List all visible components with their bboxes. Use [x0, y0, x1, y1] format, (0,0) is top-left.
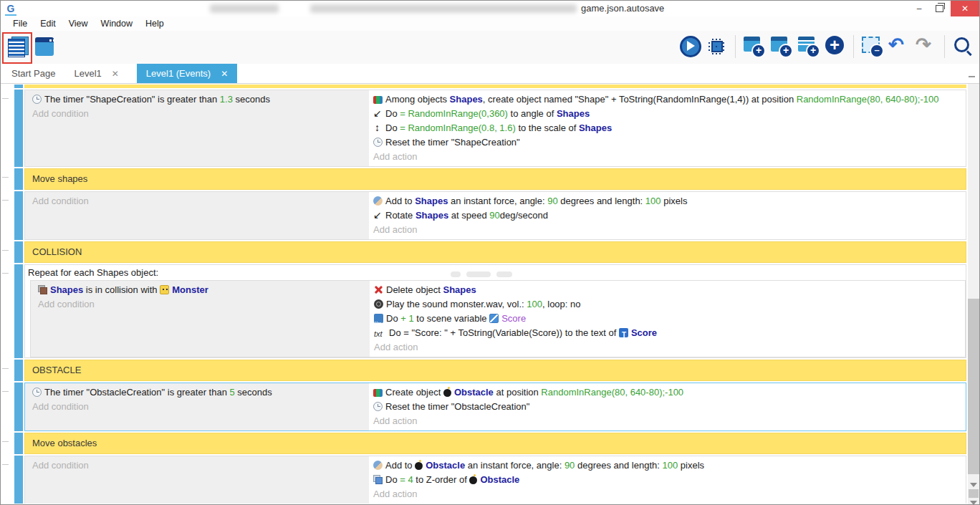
- scrollbar-thumb[interactable]: [968, 299, 979, 474]
- action-line[interactable]: Do = 4 to Z-order of Obstacle: [373, 473, 960, 487]
- conditions-cell[interactable]: Add condition: [25, 192, 370, 239]
- actions-cell[interactable]: Create object Obstacle at position Rando…: [370, 383, 966, 431]
- create-icon: [373, 96, 383, 104]
- scene-window-icon[interactable]: [32, 34, 57, 59]
- menu-edit[interactable]: Edit: [34, 19, 62, 29]
- event-handle[interactable]: [14, 433, 23, 454]
- condition-line[interactable]: The timer "ShapeCreation" is greater tha…: [32, 92, 365, 107]
- action-line[interactable]: Do = "Score: " + ToString(Variable(Score…: [374, 326, 959, 340]
- conditions-cell[interactable]: The timer "ShapeCreation" is greater tha…: [25, 90, 370, 166]
- add-event-icon[interactable]: [741, 34, 766, 59]
- events-sheet-icon[interactable]: [5, 34, 29, 59]
- scrollbar-stub[interactable]: [969, 489, 979, 498]
- add-condition-link[interactable]: Add condition: [32, 400, 365, 414]
- actions-cell[interactable]: Add to Obstacle an instant force, angle:…: [370, 456, 966, 504]
- undo-icon[interactable]: [887, 34, 911, 59]
- action-line[interactable]: Among objects Shapes, create object name…: [373, 92, 960, 107]
- action-line[interactable]: Reset the timer "ObstacleCreation": [373, 400, 960, 414]
- action-line[interactable]: Reset the timer "ShapeCreation": [373, 135, 960, 150]
- render-artifact: [496, 271, 512, 277]
- add-condition-link[interactable]: Add condition: [38, 297, 365, 312]
- menu-view[interactable]: View: [62, 19, 95, 29]
- action-line[interactable]: Delete object Shapes: [374, 283, 959, 297]
- conditions-cell[interactable]: The timer "ObstacleCreation" is greater …: [25, 383, 370, 431]
- tab-level1[interactable]: Level1✕: [64, 64, 128, 83]
- action-line[interactable]: Create object Obstacle at position Rando…: [373, 385, 960, 400]
- tree-gutter: [1, 433, 14, 454]
- add-condition-link[interactable]: Add condition: [32, 194, 365, 208]
- event-handle[interactable]: [14, 191, 23, 240]
- event-row[interactable]: Shapes is in collision with MonsterAdd c…: [30, 280, 966, 357]
- angle-icon: [373, 109, 383, 118]
- comment-row[interactable]: Move shapes: [24, 168, 966, 190]
- action-line[interactable]: Rotate Shapes at speed 90deg/second: [373, 208, 960, 223]
- event-row[interactable]: Add conditionAdd to Shapes an instant fo…: [24, 191, 966, 240]
- comment-row[interactable]: [24, 85, 966, 88]
- redo-icon[interactable]: [914, 34, 938, 59]
- event-handle[interactable]: [14, 383, 23, 431]
- vertical-scrollbar[interactable]: [968, 84, 979, 504]
- event-handle[interactable]: [14, 360, 23, 381]
- scroll-down-icon[interactable]: [970, 483, 977, 487]
- tab-start-page[interactable]: Start Page: [2, 64, 64, 83]
- event-handle[interactable]: [14, 456, 23, 504]
- add-action-link[interactable]: Add action: [373, 223, 960, 237]
- close-button[interactable]: ✕: [951, 1, 979, 16]
- scroll-down-icon[interactable]: [970, 501, 977, 505]
- comment-row[interactable]: Move obstacles: [24, 433, 966, 454]
- delete-event-icon[interactable]: [860, 34, 884, 59]
- event-row[interactable]: The timer "ObstacleCreation" is greater …: [24, 383, 966, 431]
- event-sheet-row: Repeat for each Shapes object:Shapes is …: [1, 264, 966, 358]
- splitter-notch[interactable]: [969, 76, 975, 77]
- title-bar[interactable]: G game.json.autosave – ✕: [1, 1, 979, 16]
- actions-cell[interactable]: Among objects Shapes, create object name…: [370, 90, 966, 166]
- add-comment-icon[interactable]: [796, 34, 820, 59]
- close-tab-icon[interactable]: ✕: [112, 69, 119, 79]
- event-handle[interactable]: [14, 85, 23, 88]
- add-circle-icon[interactable]: [823, 34, 847, 59]
- add-action-link[interactable]: Add action: [373, 487, 960, 501]
- add-action-link[interactable]: Add action: [373, 150, 960, 164]
- event-handle[interactable]: [14, 90, 23, 167]
- action-line[interactable]: Add to Shapes an instant force, angle: 9…: [373, 194, 960, 208]
- action-line[interactable]: Do = RandomInRange(0.8, 1.6) to the scal…: [373, 121, 960, 135]
- condition-line[interactable]: Shapes is in collision with Monster: [38, 283, 365, 297]
- repeat-event[interactable]: Repeat for each Shapes object:Shapes is …: [24, 264, 966, 358]
- event-handle[interactable]: [14, 168, 23, 190]
- add-condition-link[interactable]: Add condition: [32, 107, 365, 121]
- add-action-link[interactable]: Add action: [374, 340, 959, 355]
- restore-button[interactable]: [929, 1, 949, 16]
- minimize-button[interactable]: –: [909, 1, 929, 16]
- repeat-header[interactable]: Repeat for each Shapes object:: [25, 265, 966, 280]
- tab-level1-events-[interactable]: Level1 (Events)✕: [137, 64, 237, 83]
- actions-cell[interactable]: Delete object ShapesPlay the sound monst…: [371, 281, 965, 357]
- restore-icon: [936, 5, 943, 12]
- tab-bar: Start PageLevel1✕Level1 (Events)✕: [1, 64, 979, 84]
- event-handle[interactable]: [14, 264, 23, 358]
- event-handle[interactable]: [14, 241, 23, 263]
- render-artifact: [451, 271, 461, 277]
- close-tab-icon[interactable]: ✕: [221, 69, 228, 79]
- conditions-cell[interactable]: Add condition: [25, 456, 370, 504]
- add-condition-link[interactable]: Add condition: [32, 458, 365, 473]
- play-icon[interactable]: [678, 34, 702, 59]
- debug-icon[interactable]: [705, 34, 729, 59]
- action-line[interactable]: Do + 1 to scene variable Score: [374, 312, 959, 326]
- menu-help[interactable]: Help: [139, 19, 170, 29]
- txt-icon: [374, 328, 386, 337]
- action-line[interactable]: Add to Obstacle an instant force, angle:…: [373, 458, 960, 473]
- action-line[interactable]: Do = RandomInRange(0,360) to angle of Sh…: [373, 107, 960, 121]
- event-row[interactable]: The timer "ShapeCreation" is greater tha…: [24, 90, 966, 167]
- actions-cell[interactable]: Add to Shapes an instant force, angle: 9…: [370, 192, 966, 239]
- menu-window[interactable]: Window: [95, 19, 139, 29]
- add-subevent-icon[interactable]: [769, 34, 793, 59]
- comment-row[interactable]: OBSTACLE: [24, 360, 966, 381]
- condition-line[interactable]: The timer "ObstacleCreation" is greater …: [32, 385, 365, 400]
- menu-file[interactable]: File: [6, 19, 34, 29]
- conditions-cell[interactable]: Shapes is in collision with MonsterAdd c…: [31, 281, 371, 357]
- event-row[interactable]: Add conditionAdd to Obstacle an instant …: [24, 456, 966, 504]
- action-line[interactable]: Play the sound monster.wav, vol.: 100, l…: [374, 297, 959, 312]
- search-icon[interactable]: [951, 34, 975, 59]
- add-action-link[interactable]: Add action: [373, 414, 960, 428]
- comment-row[interactable]: COLLISION: [24, 241, 966, 263]
